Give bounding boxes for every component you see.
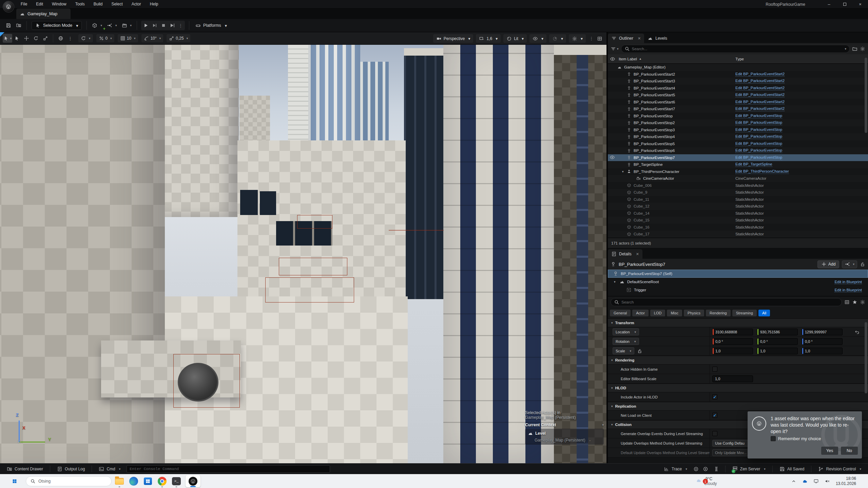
no-button[interactable]: No (841, 447, 858, 455)
row-type[interactable]: Edit BP_TargetSpline (735, 162, 772, 167)
menu-item[interactable]: Edit (32, 0, 47, 8)
section-header[interactable]: ▾Rendering (608, 356, 868, 365)
section-header[interactable]: ▾HLOD (608, 384, 868, 392)
row-type[interactable]: Edit BP_ParkourEventStop (735, 141, 782, 146)
row-type[interactable]: Edit BP_ParkourEventStop (735, 128, 782, 132)
tool-move[interactable] (22, 34, 31, 43)
rotation-x-field[interactable]: 0,0 ° (712, 338, 753, 345)
outliner-row[interactable]: ▾ BP_ParkourEventStop Edit BP_ParkourEve… (608, 113, 868, 120)
property-checkbox[interactable]: ✓ (712, 367, 717, 372)
file-explorer-icon[interactable] (113, 475, 126, 488)
outliner-row[interactable]: ▾ BP_ParkourEventStop2 Edit BP_ParkourEv… (608, 119, 868, 126)
details-settings-icon[interactable] (860, 299, 865, 305)
outliner-row[interactable]: ▾ BP_TargetSpline Edit BP_TargetSpline (608, 161, 868, 168)
editor-mode-select[interactable]: Selection Mode▾ (32, 21, 82, 30)
row-type[interactable]: Edit BP_ThirdPersonCharacter (735, 169, 789, 174)
close-tab-icon[interactable]: ✕ (636, 252, 639, 256)
category-chip[interactable]: Rendering (706, 310, 731, 316)
component-row[interactable]: ▾ DefaultSceneRoot Edit in Blueprint (608, 278, 868, 286)
row-type[interactable]: StaticMeshActor (735, 232, 764, 236)
outliner-row[interactable]: ▾ Cube_17 StaticMeshActor (608, 231, 868, 238)
world-coordinate-toggle[interactable] (56, 34, 65, 43)
outliner-settings-icon[interactable] (860, 46, 865, 52)
edit-in-blueprint-link[interactable]: Edit in Blueprint (834, 288, 862, 292)
outliner-row[interactable]: ▾ Cube_9 StaticMeshActor (608, 189, 868, 196)
close-button[interactable]: × (852, 0, 868, 8)
rotation-dropdown[interactable]: Rotation▾ (613, 338, 639, 345)
tool-scale[interactable] (41, 34, 50, 43)
content-drawer-button[interactable] (14, 21, 24, 30)
reset-transform-icon[interactable] (854, 329, 860, 335)
property-checkbox[interactable]: ✓ (712, 413, 717, 418)
trace-button[interactable]: Trace▾ (660, 464, 691, 474)
add-actor-button[interactable]: +▾ (90, 21, 104, 30)
play-button[interactable] (143, 23, 149, 28)
scale-dropdown[interactable]: Scale▾ (613, 347, 634, 354)
terminal-icon[interactable]: >_ (170, 475, 183, 488)
outliner-row[interactable]: ▾ BP_ParkourEventStart2 Edit BP_ParkourE… (608, 71, 868, 78)
hourglass-icon[interactable] (710, 464, 722, 474)
menu-item[interactable]: Actor (128, 0, 145, 8)
outliner-search[interactable]: ▾ (621, 45, 850, 53)
launch-button[interactable] (170, 23, 175, 28)
tab-outliner[interactable]: Outliner✕ (608, 34, 644, 43)
volume-muted-icon[interactable] (825, 479, 830, 484)
rotation-y-field[interactable]: 0,0 ° (757, 338, 798, 345)
row-type[interactable]: StaticMeshActor (735, 218, 764, 222)
scale-x-field[interactable]: 1,0 (712, 348, 753, 354)
component-row[interactable]: ▾ BP_ParkourEventStop7 (Self) (608, 270, 868, 278)
all-saved-button[interactable]: All Saved (775, 464, 809, 474)
category-chip[interactable]: Misc (667, 310, 682, 316)
outliner-row[interactable]: ▾ BP_ParkourEventStart7 Edit BP_ParkourE… (608, 105, 868, 113)
close-tab-icon[interactable]: ✕ (638, 36, 641, 41)
row-type[interactable]: Edit BP_ParkourEventStart2 (735, 86, 785, 91)
start-button[interactable] (8, 475, 21, 488)
outliner-row[interactable]: ▾ BP_ParkourEventStart6 Edit BP_ParkourE… (608, 99, 868, 106)
row-type[interactable]: Edit BP_ParkourEventStart2 (735, 79, 785, 83)
output-log-button[interactable]: Output Log (53, 464, 89, 474)
stop-button[interactable] (161, 23, 166, 28)
outliner-row[interactable]: ▾ BP_ParkourEventStart3 Edit BP_ParkourE… (608, 78, 868, 85)
row-type[interactable]: StaticMeshActor (735, 225, 764, 229)
tray-chevron-icon[interactable] (791, 479, 796, 484)
taskbar-search-input[interactable] (38, 479, 107, 484)
snapshot-icon[interactable] (701, 464, 710, 474)
lock-icon[interactable] (860, 261, 865, 267)
save-layout-icon[interactable] (852, 46, 857, 52)
unreal-editor-taskbar-icon[interactable] (186, 475, 200, 487)
grid-snap[interactable]: 10▾ (118, 34, 138, 42)
scale-lock-icon[interactable] (637, 348, 642, 354)
row-type[interactable]: Edit BP_ParkourEventStop (735, 114, 782, 118)
console-command-input[interactable] (127, 467, 330, 471)
view-mode-lit[interactable]: Lit▾ (503, 34, 527, 43)
revision-control-button[interactable]: Revision Control▾ (814, 464, 865, 474)
scale-snap[interactable]: 0,25▾ (167, 34, 190, 42)
rotate-snap-toggle[interactable]: ▾ (78, 34, 93, 42)
menu-item[interactable]: Build (90, 0, 107, 8)
outliner-row[interactable]: ▾ Cube_006 StaticMeshActor (608, 182, 868, 189)
component-row[interactable]: ▾ Trigger Edit in Blueprint (608, 286, 868, 294)
onedrive-icon[interactable] (802, 479, 808, 484)
content-drawer-toggle[interactable]: Content Drawer (3, 464, 47, 474)
outliner-row[interactable]: ▾ BP_ParkourEventStop3 Edit BP_ParkourEv… (608, 126, 868, 134)
row-type[interactable]: Edit BP_ParkourEventStart2 (735, 72, 785, 77)
location-z-field[interactable]: 1299,999997 (802, 329, 843, 335)
details-search[interactable] (611, 298, 842, 306)
row-type[interactable]: StaticMeshActor (735, 183, 764, 188)
outliner-row[interactable]: ▾ BP_ThirdPersonCharacter Edit BP_ThirdP… (608, 168, 868, 175)
row-type[interactable]: StaticMeshActor (735, 211, 764, 215)
cinematics-button[interactable]: ▾ (119, 21, 134, 30)
outliner-row[interactable]: ▾ Cube_15 StaticMeshActor (608, 217, 868, 224)
tab-gameplay-map[interactable]: Gameplay_Map (16, 8, 71, 19)
section-transform[interactable]: ▾Transform (608, 318, 868, 327)
location-dropdown[interactable]: Location▾ (613, 328, 639, 335)
tool-select[interactable] (12, 34, 22, 43)
details-scrollbar[interactable] (865, 322, 867, 393)
row-type[interactable]: Edit BP_ParkourEventStart2 (735, 106, 785, 111)
surface-snap-menu[interactable]: ⋮ (65, 34, 75, 43)
row-type[interactable]: StaticMeshActor (735, 190, 764, 194)
level-selector[interactable]: Gameplay_Map (Persistent)⌄ (535, 438, 601, 443)
property-value-field[interactable]: 1,0 (712, 375, 753, 382)
show-flags[interactable]: ▾ (529, 34, 546, 43)
outliner-row[interactable]: ▾ BP_ParkourEventStart4 Edit BP_ParkourE… (608, 85, 868, 92)
